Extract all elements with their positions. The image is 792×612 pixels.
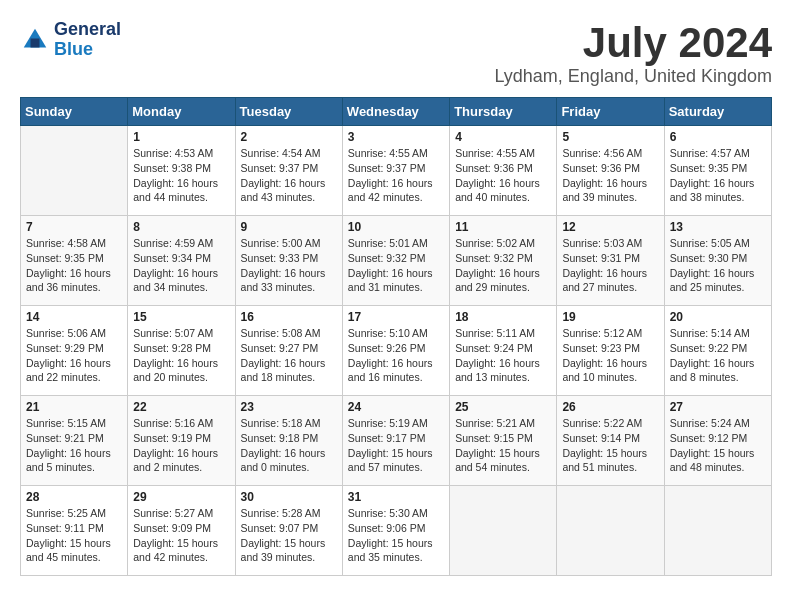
day-info: Sunrise: 5:02 AMSunset: 9:32 PMDaylight:… [455, 236, 551, 295]
day-info: Sunrise: 4:53 AMSunset: 9:38 PMDaylight:… [133, 146, 229, 205]
day-info: Sunrise: 4:55 AMSunset: 9:36 PMDaylight:… [455, 146, 551, 205]
day-info: Sunrise: 5:16 AMSunset: 9:19 PMDaylight:… [133, 416, 229, 475]
day-info: Sunrise: 5:19 AMSunset: 9:17 PMDaylight:… [348, 416, 444, 475]
logo: General Blue [20, 20, 121, 60]
day-cell: 12Sunrise: 5:03 AMSunset: 9:31 PMDayligh… [557, 216, 664, 306]
column-header-wednesday: Wednesday [342, 98, 449, 126]
day-number: 22 [133, 400, 229, 414]
day-info: Sunrise: 4:58 AMSunset: 9:35 PMDaylight:… [26, 236, 122, 295]
day-info: Sunrise: 4:56 AMSunset: 9:36 PMDaylight:… [562, 146, 658, 205]
day-number: 27 [670, 400, 766, 414]
day-info: Sunrise: 5:14 AMSunset: 9:22 PMDaylight:… [670, 326, 766, 385]
day-cell: 20Sunrise: 5:14 AMSunset: 9:22 PMDayligh… [664, 306, 771, 396]
day-number: 3 [348, 130, 444, 144]
day-cell: 31Sunrise: 5:30 AMSunset: 9:06 PMDayligh… [342, 486, 449, 576]
day-cell: 9Sunrise: 5:00 AMSunset: 9:33 PMDaylight… [235, 216, 342, 306]
day-info: Sunrise: 5:18 AMSunset: 9:18 PMDaylight:… [241, 416, 337, 475]
day-number: 23 [241, 400, 337, 414]
day-cell: 5Sunrise: 4:56 AMSunset: 9:36 PMDaylight… [557, 126, 664, 216]
day-number: 20 [670, 310, 766, 324]
day-number: 17 [348, 310, 444, 324]
day-cell: 28Sunrise: 5:25 AMSunset: 9:11 PMDayligh… [21, 486, 128, 576]
column-header-monday: Monday [128, 98, 235, 126]
column-header-thursday: Thursday [450, 98, 557, 126]
day-info: Sunrise: 5:00 AMSunset: 9:33 PMDaylight:… [241, 236, 337, 295]
day-cell: 23Sunrise: 5:18 AMSunset: 9:18 PMDayligh… [235, 396, 342, 486]
day-cell: 16Sunrise: 5:08 AMSunset: 9:27 PMDayligh… [235, 306, 342, 396]
column-header-friday: Friday [557, 98, 664, 126]
week-row-1: 1Sunrise: 4:53 AMSunset: 9:38 PMDaylight… [21, 126, 772, 216]
day-number: 18 [455, 310, 551, 324]
day-info: Sunrise: 4:55 AMSunset: 9:37 PMDaylight:… [348, 146, 444, 205]
day-info: Sunrise: 5:12 AMSunset: 9:23 PMDaylight:… [562, 326, 658, 385]
day-number: 15 [133, 310, 229, 324]
title-area: July 2024 Lydham, England, United Kingdo… [494, 20, 772, 87]
day-info: Sunrise: 4:54 AMSunset: 9:37 PMDaylight:… [241, 146, 337, 205]
day-number: 8 [133, 220, 229, 234]
day-cell: 13Sunrise: 5:05 AMSunset: 9:30 PMDayligh… [664, 216, 771, 306]
location-title: Lydham, England, United Kingdom [494, 66, 772, 87]
day-cell [21, 126, 128, 216]
day-info: Sunrise: 5:10 AMSunset: 9:26 PMDaylight:… [348, 326, 444, 385]
day-number: 19 [562, 310, 658, 324]
day-number: 7 [26, 220, 122, 234]
day-info: Sunrise: 5:25 AMSunset: 9:11 PMDaylight:… [26, 506, 122, 565]
day-cell: 17Sunrise: 5:10 AMSunset: 9:26 PMDayligh… [342, 306, 449, 396]
day-info: Sunrise: 4:57 AMSunset: 9:35 PMDaylight:… [670, 146, 766, 205]
month-title: July 2024 [494, 20, 772, 66]
day-number: 30 [241, 490, 337, 504]
day-number: 2 [241, 130, 337, 144]
day-number: 10 [348, 220, 444, 234]
day-number: 25 [455, 400, 551, 414]
day-number: 16 [241, 310, 337, 324]
day-number: 6 [670, 130, 766, 144]
day-cell: 22Sunrise: 5:16 AMSunset: 9:19 PMDayligh… [128, 396, 235, 486]
day-cell: 10Sunrise: 5:01 AMSunset: 9:32 PMDayligh… [342, 216, 449, 306]
day-info: Sunrise: 5:01 AMSunset: 9:32 PMDaylight:… [348, 236, 444, 295]
day-number: 26 [562, 400, 658, 414]
day-info: Sunrise: 5:06 AMSunset: 9:29 PMDaylight:… [26, 326, 122, 385]
day-number: 9 [241, 220, 337, 234]
column-header-sunday: Sunday [21, 98, 128, 126]
day-info: Sunrise: 5:07 AMSunset: 9:28 PMDaylight:… [133, 326, 229, 385]
day-info: Sunrise: 5:30 AMSunset: 9:06 PMDaylight:… [348, 506, 444, 565]
day-info: Sunrise: 5:05 AMSunset: 9:30 PMDaylight:… [670, 236, 766, 295]
day-cell: 25Sunrise: 5:21 AMSunset: 9:15 PMDayligh… [450, 396, 557, 486]
logo-icon [20, 25, 50, 55]
day-info: Sunrise: 5:15 AMSunset: 9:21 PMDaylight:… [26, 416, 122, 475]
day-cell [450, 486, 557, 576]
day-info: Sunrise: 5:24 AMSunset: 9:12 PMDaylight:… [670, 416, 766, 475]
day-cell: 7Sunrise: 4:58 AMSunset: 9:35 PMDaylight… [21, 216, 128, 306]
day-cell: 11Sunrise: 5:02 AMSunset: 9:32 PMDayligh… [450, 216, 557, 306]
day-cell: 8Sunrise: 4:59 AMSunset: 9:34 PMDaylight… [128, 216, 235, 306]
day-info: Sunrise: 5:03 AMSunset: 9:31 PMDaylight:… [562, 236, 658, 295]
calendar-table: SundayMondayTuesdayWednesdayThursdayFrid… [20, 97, 772, 576]
day-cell: 24Sunrise: 5:19 AMSunset: 9:17 PMDayligh… [342, 396, 449, 486]
day-number: 13 [670, 220, 766, 234]
day-cell: 14Sunrise: 5:06 AMSunset: 9:29 PMDayligh… [21, 306, 128, 396]
column-header-saturday: Saturday [664, 98, 771, 126]
day-cell: 30Sunrise: 5:28 AMSunset: 9:07 PMDayligh… [235, 486, 342, 576]
day-number: 4 [455, 130, 551, 144]
day-cell [557, 486, 664, 576]
day-info: Sunrise: 4:59 AMSunset: 9:34 PMDaylight:… [133, 236, 229, 295]
day-info: Sunrise: 5:08 AMSunset: 9:27 PMDaylight:… [241, 326, 337, 385]
day-cell: 2Sunrise: 4:54 AMSunset: 9:37 PMDaylight… [235, 126, 342, 216]
week-row-3: 14Sunrise: 5:06 AMSunset: 9:29 PMDayligh… [21, 306, 772, 396]
day-info: Sunrise: 5:21 AMSunset: 9:15 PMDaylight:… [455, 416, 551, 475]
logo-text: General Blue [54, 20, 121, 60]
column-header-tuesday: Tuesday [235, 98, 342, 126]
day-number: 29 [133, 490, 229, 504]
day-cell: 1Sunrise: 4:53 AMSunset: 9:38 PMDaylight… [128, 126, 235, 216]
day-cell: 15Sunrise: 5:07 AMSunset: 9:28 PMDayligh… [128, 306, 235, 396]
day-number: 5 [562, 130, 658, 144]
day-number: 14 [26, 310, 122, 324]
day-info: Sunrise: 5:27 AMSunset: 9:09 PMDaylight:… [133, 506, 229, 565]
week-row-5: 28Sunrise: 5:25 AMSunset: 9:11 PMDayligh… [21, 486, 772, 576]
day-info: Sunrise: 5:22 AMSunset: 9:14 PMDaylight:… [562, 416, 658, 475]
header: General Blue July 2024 Lydham, England, … [20, 20, 772, 87]
day-number: 21 [26, 400, 122, 414]
day-number: 11 [455, 220, 551, 234]
day-cell: 27Sunrise: 5:24 AMSunset: 9:12 PMDayligh… [664, 396, 771, 486]
day-number: 31 [348, 490, 444, 504]
